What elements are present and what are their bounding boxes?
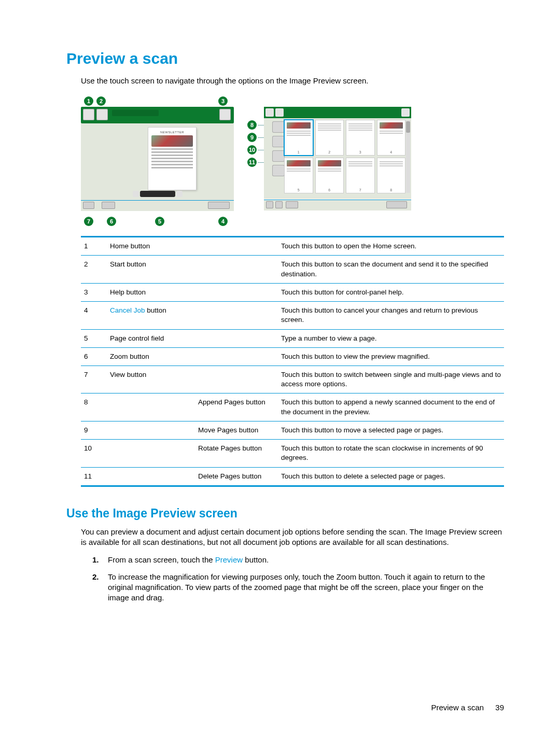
row-number: 8 [84,398,110,416]
move-pages-button[interactable] [272,136,285,147]
table-row: 1Home buttonTouch this button to open th… [81,237,504,256]
rotate-pages-button[interactable] [272,150,285,162]
row-description: Touch this button to view the preview ma… [281,352,501,361]
row-label-a: Page control field [110,334,198,343]
row-label-a [110,398,198,416]
view-button[interactable] [83,202,94,209]
thumbnail-page[interactable]: 4 [377,120,405,155]
row-description: Touch this button to open the Home scree… [281,242,501,251]
callout-9: 9 [247,133,257,142]
thumbnail-page[interactable]: 6 [316,158,344,193]
row-number: 10 [84,444,110,462]
table-row: 9Move Pages buttonTouch this button to m… [81,421,504,440]
steps-list: From a scan screen, touch the Preview bu… [92,555,504,603]
preview-document[interactable]: NEWSLETTER [148,128,196,190]
callout-3: 3 [218,96,228,106]
row-description: Touch this button to delete a selected p… [281,472,501,481]
table-row: 5Page control fieldType a number to view… [81,330,504,348]
thumbnail-page[interactable]: 2 [316,120,344,155]
callout-2: 2 [96,96,106,106]
table-row: 7View buttonTouch this button to switch … [81,366,504,393]
thumbnail-page[interactable]: 5 [285,158,313,193]
page-title: Preview a scan [66,50,504,67]
thumbnail-page[interactable]: 1 [285,120,313,155]
append-pages-button[interactable] [272,121,285,133]
row-description: Touch this button to scan the document a… [281,260,501,278]
callout-10: 10 [247,145,257,154]
start-button-2[interactable] [275,108,284,117]
row-label-a [110,444,198,462]
table-row: 2Start buttonTouch this button to scan t… [81,256,504,283]
row-label-b [198,260,281,278]
row-label-b [198,370,281,389]
preview-bottom-bar [81,200,234,211]
row-number: 2 [84,260,110,278]
callout-table: 1Home buttonTouch this button to open th… [81,236,504,487]
preview-bottom-bar-2 [264,200,411,210]
newsletter-heading: NEWSLETTER [151,131,193,134]
callout-5: 5 [155,217,164,226]
view-button-multi[interactable] [275,201,283,208]
home-button[interactable] [83,109,94,120]
row-label-a: Home button [110,242,198,251]
row-label-a: Start button [110,260,198,278]
home-button-2[interactable] [265,108,274,117]
view-button-single[interactable] [266,201,273,208]
step-item: To increase the magnification for viewin… [92,572,504,603]
diagram-single-page: 1 2 3 NEWSLETTER [81,96,234,229]
thumbnail-scrollbar[interactable] [406,120,410,193]
row-number: 11 [84,472,110,481]
row-label-b [198,334,281,343]
callout-4: 4 [218,217,228,226]
row-label-b: Append Pages button [198,398,281,416]
row-description: Touch this button for control-panel help… [281,288,501,297]
footer-page-number: 39 [495,703,504,712]
row-label-b [198,242,281,251]
thumbnail-grid: 1 2 3 4 5 6 7 8 [285,120,405,193]
preview-canvas: NEWSLETTER [81,123,234,200]
step-item: From a scan screen, touch the Preview bu… [92,555,504,565]
delete-pages-button[interactable] [272,165,285,176]
row-label-a [110,472,198,481]
figure-area: 1 2 3 NEWSLETTER [81,96,504,229]
thumbnail-page[interactable]: 8 [377,158,405,193]
title-bar-label [112,110,159,116]
table-row: 4Cancel Job buttonTouch this button to c… [81,302,504,329]
zoom-button-2[interactable] [286,201,298,208]
callout-1: 1 [84,96,93,106]
thumbnail-page[interactable]: 7 [346,158,374,193]
table-row: 3Help buttonTouch this button for contro… [81,284,504,302]
row-description: Touch this button to rotate the scan clo… [281,444,501,462]
start-button[interactable] [96,109,108,120]
use-paragraph: You can preview a document and adjust ce… [81,527,504,548]
side-tool-strip [267,121,283,176]
row-label-a [110,426,198,435]
callout-8: 8 [247,120,257,130]
diagram-multi-page: 8 9 10 11 [244,107,411,210]
thumbnail-page[interactable]: 3 [346,120,374,155]
row-number: 6 [84,352,110,361]
row-description: Touch this button to cancel your changes… [281,306,501,325]
callout-6: 6 [107,217,116,226]
row-number: 9 [84,426,110,435]
page-footer: Preview a scan 39 [431,703,504,712]
row-label-b: Move Pages button [198,426,281,435]
row-label-a: View button [110,370,198,389]
zoom-button[interactable] [102,202,115,209]
cancel-job-button-2[interactable] [386,201,407,208]
row-number: 7 [84,370,110,389]
row-description: Touch this button to append a newly scan… [281,398,501,416]
page-control-field[interactable] [140,191,175,197]
row-description: Touch this button to switch between sing… [281,370,501,389]
table-row: 8Append Pages buttonTouch this button to… [81,393,504,421]
footer-section-name: Preview a scan [431,703,484,712]
row-label-b: Rotate Pages button [198,444,281,462]
callout-7: 7 [84,217,93,226]
row-label-b: Delete Pages button [198,472,281,481]
section-heading: Use the Image Preview screen [66,507,504,521]
help-button-2[interactable] [401,108,410,117]
help-button[interactable] [219,109,231,120]
row-label-b [198,352,281,361]
cancel-job-button[interactable] [208,202,230,209]
row-number: 1 [84,242,110,251]
